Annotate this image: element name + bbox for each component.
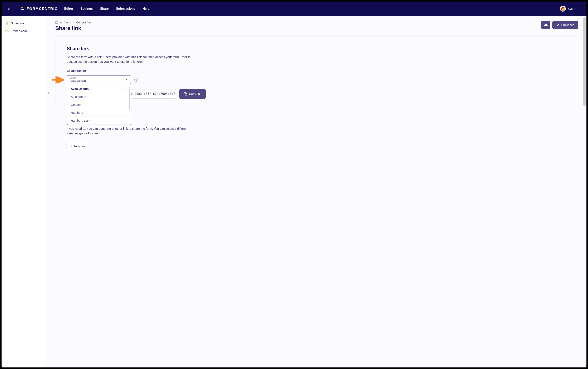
top-bar: FORMCENTRIC Editor Settings Share Submis…: [1, 1, 587, 16]
share-link-card: Share link Share the form with a link. U…: [55, 36, 578, 107]
share-link-heading: Share link: [67, 46, 567, 51]
user-name: Ava R.: [568, 7, 576, 10]
arrow-left-icon: [7, 7, 11, 11]
new-link-label: New link: [74, 144, 85, 148]
chevron-up-icon: [125, 78, 128, 81]
top-nav: Editor Settings Share Submissions Help: [64, 6, 149, 12]
dropdown-scrollbar[interactable]: [129, 87, 130, 110]
nav-settings[interactable]: Settings: [80, 6, 93, 12]
plus-icon: +: [70, 144, 72, 148]
nav-submissions[interactable]: Submissions: [116, 6, 135, 12]
link-row: xxxxxxxxxxxxxxxxxxxxxxxxxxxxxx3200-40b2-…: [67, 89, 567, 99]
copy-link-button[interactable]: Copy link: [179, 89, 206, 99]
avatar: 👩: [560, 6, 566, 12]
cloud-icon: [544, 23, 548, 27]
page-header: All forms Contact form Share link Publis…: [55, 21, 578, 31]
main-scrollbar[interactable]: [583, 17, 586, 367]
design-option-amsterdam[interactable]: Amsterdam: [69, 93, 129, 101]
callout-arrow-icon: [51, 76, 65, 84]
select-design-label: Select design: [67, 69, 567, 72]
folder-icon: [55, 21, 59, 24]
back-button[interactable]: [1, 1, 16, 16]
logo[interactable]: FORMCENTRIC: [16, 7, 63, 11]
check-icon: [124, 87, 127, 90]
additional-link-card: Additional link If you need to, you can …: [55, 110, 578, 156]
design-option-label: Amsterdam: [71, 95, 86, 99]
scrollbar-thumb[interactable]: [583, 17, 586, 106]
svg-rect-1: [21, 7, 23, 8]
sidebar-item-label: Embed code: [11, 29, 28, 33]
help-icon[interactable]: ?: [134, 78, 138, 82]
cloud-save-button[interactable]: [541, 21, 550, 29]
share-link-description: Share the form with a link. Users provid…: [67, 55, 194, 64]
published-label: Published: [561, 23, 574, 27]
design-option-label: Hamburg: [71, 111, 83, 114]
share-link-icon: [5, 21, 9, 25]
svg-rect-6: [185, 93, 187, 95]
embed-code-icon: [5, 29, 9, 33]
design-option-hamburg-dark[interactable]: Hamburg Dark: [69, 117, 129, 125]
design-select-row: Design Avas Design Avas Design Amsterdam: [67, 75, 567, 84]
body: Share link Embed code || All forms Conta…: [1, 16, 587, 368]
breadcrumb-form-name[interactable]: Contact form: [76, 21, 92, 24]
design-option-label: Avas Design: [71, 87, 88, 91]
design-option-avas[interactable]: Avas Design: [69, 85, 129, 93]
sidebar: Share link Embed code ||: [1, 16, 47, 368]
svg-rect-2: [21, 9, 24, 10]
user-menu[interactable]: 👩 Ava R.: [560, 6, 582, 12]
chevron-down-icon: [579, 7, 582, 10]
copy-link-label: Copy link: [189, 92, 201, 96]
published-button[interactable]: Published: [552, 21, 578, 29]
design-option-label: Hamburg Dark: [71, 119, 90, 122]
design-option-label: Gotham: [71, 103, 81, 106]
new-link-button[interactable]: + New link: [67, 142, 89, 150]
design-dropdown: Avas Design Amsterdam Gotham: [67, 85, 131, 125]
design-option-hamburg[interactable]: Hamburg: [69, 109, 129, 117]
check-icon: [556, 23, 559, 27]
app-window: FORMCENTRIC Editor Settings Share Submis…: [1, 1, 587, 368]
design-option-gotham[interactable]: Gotham: [69, 101, 129, 109]
chevron-right-icon: [72, 21, 75, 24]
additional-description: If you need to, you can generate another…: [67, 126, 194, 136]
design-selected-value: Avas Design: [70, 79, 128, 82]
design-field-label: Design: [70, 77, 128, 79]
additional-heading: Additional link: [67, 118, 567, 123]
breadcrumb-all-forms[interactable]: All forms: [60, 21, 71, 24]
svg-rect-4: [6, 30, 8, 32]
nav-share[interactable]: Share: [100, 6, 109, 12]
breadcrumb: All forms Contact form: [55, 21, 92, 24]
sidebar-item-label: Share link: [11, 21, 24, 25]
logo-mark-icon: [20, 7, 25, 11]
nav-help[interactable]: Help: [143, 6, 149, 12]
logo-text: FORMCENTRIC: [27, 7, 58, 11]
main-content: All forms Contact form Share link Publis…: [47, 16, 587, 368]
copy-icon: [184, 92, 187, 96]
page-title: Share link: [55, 25, 92, 31]
design-select[interactable]: Design Avas Design Avas Design Amsterdam: [67, 75, 131, 84]
nav-editor[interactable]: Editor: [64, 6, 73, 12]
sidebar-item-share-link[interactable]: Share link: [1, 19, 47, 27]
sidebar-item-embed-code[interactable]: Embed code: [1, 27, 47, 35]
top-actions: Published: [541, 21, 578, 29]
